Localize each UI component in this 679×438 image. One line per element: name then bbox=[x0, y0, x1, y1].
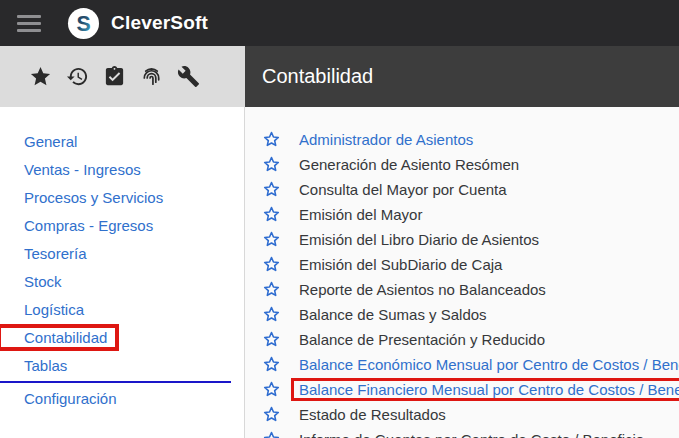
star-outline-icon bbox=[262, 280, 281, 299]
sidebar-item-label: Ventas - Ingresos bbox=[24, 161, 141, 178]
star-outline-icon bbox=[262, 380, 281, 399]
star-outline-icon bbox=[262, 305, 281, 324]
sidebar-item-logistica[interactable]: Logística bbox=[0, 295, 244, 323]
sidebar-item-label: Logística bbox=[24, 301, 84, 318]
sidebar-item-label: Tablas bbox=[24, 357, 67, 374]
star-outline-icon bbox=[262, 355, 281, 374]
panel-item-balance-de-sumas-y-saldos[interactable]: Balance de Sumas y Saldos bbox=[245, 302, 679, 327]
panel-item-label: Balance de Presentación y Reducido bbox=[291, 328, 553, 351]
panel-header: Contabilidad bbox=[245, 46, 679, 107]
star-outline-icon bbox=[262, 255, 281, 274]
tools-wrench-icon[interactable] bbox=[177, 65, 200, 88]
sidebar-item-general[interactable]: General bbox=[0, 127, 244, 155]
star-outline-icon bbox=[262, 130, 281, 149]
star-outline-icon bbox=[262, 230, 281, 249]
panel-item-administrador-de-asientos[interactable]: Administrador de Asientos bbox=[245, 127, 679, 152]
star-outline-icon bbox=[262, 430, 281, 438]
sidebar-item-ventas-ingresos[interactable]: Ventas - Ingresos bbox=[0, 155, 244, 183]
favorites-star-icon[interactable] bbox=[29, 65, 52, 88]
panel-item-label: Estado de Resultados bbox=[291, 403, 454, 426]
star-outline-icon bbox=[262, 205, 281, 224]
panel-item-informe-de-cuentas-por-centro-de-costo-beneficio[interactable]: Informe de Cuentas por Centro de Costo /… bbox=[245, 427, 679, 438]
panel-item-generacion-de-asiento-resomen[interactable]: Generación de Asiento Resómen bbox=[245, 152, 679, 177]
sidebar-item-procesos-y-servicios[interactable]: Procesos y Servicios bbox=[0, 183, 244, 211]
panel-title: Contabilidad bbox=[262, 65, 373, 88]
panel-item-label: Informe de Cuentas por Centro de Costo /… bbox=[291, 428, 652, 438]
svg-text:S: S bbox=[76, 11, 90, 35]
panel-item-label: Consulta del Mayor por Cuenta bbox=[291, 178, 515, 201]
panel-item-label: Balance Económico Mensual por Centro de … bbox=[291, 353, 679, 376]
sidebar-item-label: General bbox=[24, 133, 77, 150]
sidebar-menu: GeneralVentas - IngresosProcesos y Servi… bbox=[0, 107, 245, 438]
panel-item-reporte-de-asientos-no-balanceados[interactable]: Reporte de Asientos no Balanceados bbox=[245, 277, 679, 302]
sidebar-divider bbox=[0, 381, 231, 383]
star-outline-icon bbox=[262, 405, 281, 424]
panel-item-label: Administrador de Asientos bbox=[291, 128, 481, 151]
panel-item-label: Generación de Asiento Resómen bbox=[291, 153, 527, 176]
panel-item-emision-del-mayor[interactable]: Emisión del Mayor bbox=[245, 202, 679, 227]
sidebar-toolbar bbox=[0, 46, 245, 107]
fingerprint-icon[interactable] bbox=[140, 65, 163, 88]
panel-item-label: Balance Financiero Mensual por Centro de… bbox=[291, 378, 679, 401]
panel-item-label: Emisión del Mayor bbox=[291, 203, 430, 226]
panel-item-balance-financiero-mensual-por-centro-de-costos-beneficios[interactable]: Balance Financiero Mensual por Centro de… bbox=[245, 377, 679, 402]
panel-item-label: Emisión del SubDiario de Caja bbox=[291, 253, 510, 276]
cleversoft-logo-icon: S bbox=[67, 7, 100, 40]
star-outline-icon bbox=[262, 330, 281, 349]
sidebar-item-compras-egresos[interactable]: Compras - Egresos bbox=[0, 211, 244, 239]
sidebar-item-tesoreria[interactable]: Tesorería bbox=[0, 239, 244, 267]
star-outline-icon bbox=[262, 155, 281, 174]
panel-item-balance-de-presentacion-y-reducido[interactable]: Balance de Presentación y Reducido bbox=[245, 327, 679, 352]
star-outline-icon bbox=[262, 180, 281, 199]
hamburger-menu-icon[interactable] bbox=[17, 15, 41, 32]
sidebar-item-label: Stock bbox=[24, 273, 62, 290]
panel-item-label: Reporte de Asientos no Balanceados bbox=[291, 278, 554, 301]
sidebar-item-label: Compras - Egresos bbox=[24, 217, 153, 234]
history-icon[interactable] bbox=[66, 65, 89, 88]
panel-item-label: Balance de Sumas y Saldos bbox=[291, 303, 495, 326]
sidebar-item-stock[interactable]: Stock bbox=[0, 267, 244, 295]
sidebar-item-label: Configuración bbox=[24, 390, 117, 407]
panel-item-label: Emisión del Libro Diario de Asientos bbox=[291, 228, 547, 251]
sidebar-item-configuracion[interactable]: Configuración bbox=[0, 384, 244, 412]
panel-item-balance-economico-mensual-por-centro-de-costos-beneficios[interactable]: Balance Económico Mensual por Centro de … bbox=[245, 352, 679, 377]
sidebar-item-contabilidad[interactable]: Contabilidad bbox=[0, 323, 244, 351]
panel-item-list: Administrador de AsientosGeneración de A… bbox=[245, 107, 679, 438]
panel-item-emision-del-subdiario-de-caja[interactable]: Emisión del SubDiario de Caja bbox=[245, 252, 679, 277]
panel-item-consulta-del-mayor-por-cuenta[interactable]: Consulta del Mayor por Cuenta bbox=[245, 177, 679, 202]
panel-item-estado-de-resultados[interactable]: Estado de Resultados bbox=[245, 402, 679, 427]
panel-item-emision-del-libro-diario-de-asientos[interactable]: Emisión del Libro Diario de Asientos bbox=[245, 227, 679, 252]
sidebar-item-label: Procesos y Servicios bbox=[24, 189, 163, 206]
sidebar-item-tablas[interactable]: Tablas bbox=[0, 351, 244, 379]
app-title: CleverSoft bbox=[111, 12, 208, 34]
tasks-clipboard-icon[interactable] bbox=[103, 65, 126, 88]
sidebar-item-label: Tesorería bbox=[24, 245, 87, 262]
sidebar-item-label: Contabilidad bbox=[24, 329, 107, 346]
top-bar: S CleverSoft bbox=[0, 0, 679, 46]
